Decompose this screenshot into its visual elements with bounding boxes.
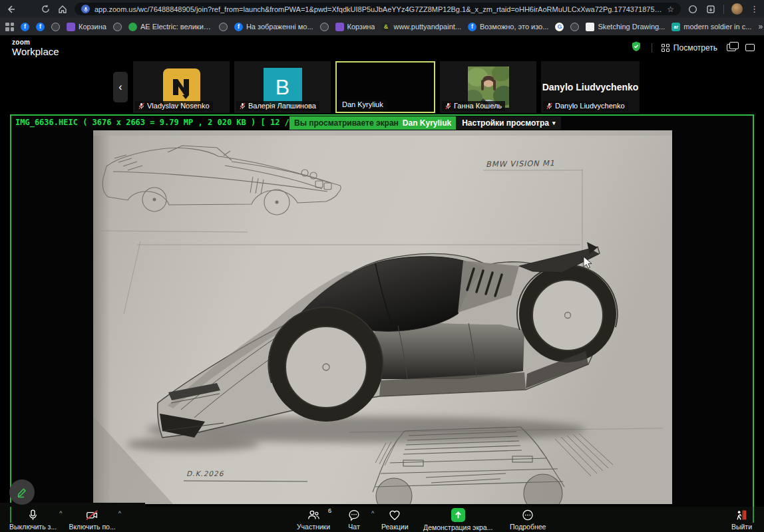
globe-icon bbox=[51, 23, 60, 31]
bookmark-item[interactable]: fВозможно, это изо... bbox=[468, 23, 548, 31]
cart-icon bbox=[335, 23, 344, 31]
globe-icon bbox=[320, 23, 329, 31]
bookmark-item[interactable]: Корзина bbox=[335, 23, 375, 31]
browser-profile-avatar[interactable] bbox=[731, 3, 743, 15]
back-icon[interactable] bbox=[5, 4, 16, 15]
meeting-toolbar: Выключить з... ^ Включить по... ^ bbox=[0, 507, 764, 532]
minimize-window-icon[interactable] bbox=[727, 44, 736, 51]
view-button[interactable]: Посмотреть bbox=[662, 43, 717, 53]
more-button[interactable]: Подробнее bbox=[500, 507, 555, 532]
viewing-banner: Вы просматриваете экран Dan Kyryliuk Нас… bbox=[289, 116, 561, 130]
grid-view-icon bbox=[662, 44, 669, 52]
bookmark-item[interactable] bbox=[570, 23, 579, 31]
bookmark-item[interactable] bbox=[219, 23, 228, 31]
participant-display-name: Danylo Liudvychenko bbox=[542, 82, 639, 92]
participant-tile-active-speaker[interactable]: Dan Kyryliuk bbox=[335, 61, 435, 113]
google-icon: G bbox=[555, 23, 564, 31]
share-screen-button[interactable]: Демонстрация экра... bbox=[415, 507, 500, 532]
participants-button[interactable]: 6 Участники bbox=[290, 507, 337, 532]
annotate-button[interactable] bbox=[9, 479, 35, 505]
fullscreen-icon[interactable] bbox=[745, 44, 755, 51]
participant-name-label: Dan Kyryliuk bbox=[339, 100, 387, 110]
bookmark-star-icon[interactable]: ☆ bbox=[667, 5, 674, 14]
apps-grid-icon[interactable] bbox=[5, 23, 14, 31]
participant-tile[interactable]: Ганна Кошель bbox=[440, 61, 536, 113]
site-icon bbox=[586, 23, 594, 31]
strip-previous-button[interactable]: ‹ bbox=[113, 72, 128, 102]
mic-muted-icon bbox=[546, 102, 552, 110]
participants-count-badge: 6 bbox=[328, 507, 331, 514]
bookmark-item[interactable]: Sketching Drawing... bbox=[586, 23, 665, 31]
facebook-icon: f bbox=[468, 23, 477, 31]
participant-name-label: Danylo Liudvychenko bbox=[543, 101, 628, 111]
banner-message: Вы просматриваете экран bbox=[294, 118, 399, 128]
install-app-icon[interactable] bbox=[705, 4, 716, 15]
extension-icon[interactable] bbox=[687, 4, 698, 15]
participants-icon bbox=[307, 509, 321, 521]
bookmarks-overflow-icon[interactable]: » bbox=[758, 22, 763, 31]
share-screen-icon bbox=[451, 508, 465, 522]
participant-tile[interactable]: B Валерія Лапшинова bbox=[234, 61, 331, 113]
browser-menu-icon[interactable]: ⋮ bbox=[750, 4, 759, 14]
video-options-caret[interactable]: ^ bbox=[118, 510, 121, 517]
leave-button[interactable]: Выйти bbox=[729, 507, 755, 532]
home-icon[interactable] bbox=[57, 4, 68, 15]
reactions-button[interactable]: Реакции bbox=[374, 507, 415, 532]
mic-muted-icon bbox=[138, 102, 144, 110]
mute-button[interactable]: Выключить з... bbox=[7, 507, 59, 532]
cart-icon bbox=[67, 23, 75, 31]
camera-off-icon bbox=[85, 509, 99, 521]
bookmark-item[interactable]: f bbox=[21, 23, 29, 31]
encryption-shield-icon[interactable] bbox=[630, 41, 642, 55]
globe-icon bbox=[219, 23, 228, 31]
bookmark-item[interactable] bbox=[320, 23, 329, 31]
reload-icon[interactable] bbox=[40, 4, 51, 15]
chat-button[interactable]: Чат bbox=[337, 507, 371, 532]
bookmark-item[interactable]: G bbox=[555, 23, 564, 31]
sketch-title-text: BMW VISION M1 bbox=[486, 158, 555, 169]
globe-icon bbox=[113, 23, 122, 31]
participant-tile[interactable]: Danylo Liudvychenko Danylo Liudvychenko bbox=[541, 61, 640, 113]
zoom-header: zoom Workplace Посмотреть bbox=[0, 35, 764, 60]
leave-door-icon bbox=[735, 509, 749, 521]
share-border-segment bbox=[753, 507, 754, 523]
bookmark-item[interactable]: &www.puttyandpaint... bbox=[381, 23, 461, 31]
bookmarks-bar: f f Корзина AE Electric: великий... fНа … bbox=[0, 18, 764, 35]
mic-permission-icon bbox=[81, 5, 90, 13]
view-options-button[interactable]: Настройки просмотра ▾ bbox=[456, 116, 561, 130]
image-status-text: IMG_6636.HEIC ( 3676 x 2663 = 9.79 MP , … bbox=[15, 118, 333, 127]
start-video-button[interactable]: Включить по... bbox=[66, 507, 118, 532]
zoom-logo: zoom Workplace bbox=[12, 39, 59, 57]
zoom-meeting-screen: app.zoom.us/wc/76488848905/join?ref_from… bbox=[0, 0, 764, 532]
heart-icon bbox=[388, 509, 401, 521]
more-ellipsis-icon bbox=[521, 509, 534, 521]
bookmark-item[interactable]: fНа зображенні мо... bbox=[234, 23, 313, 31]
nv-logo-avatar bbox=[163, 68, 200, 106]
bookmark-item[interactable]: f bbox=[36, 23, 45, 31]
address-bar[interactable]: app.zoom.us/wc/76488848905/join?ref_from… bbox=[75, 3, 681, 15]
bookmark-item[interactable]: armodern soldier in c... bbox=[671, 23, 751, 31]
shared-sketch-photo: BMW VISION M1 bbox=[93, 130, 672, 504]
globe-icon bbox=[570, 23, 579, 31]
participant-strip: ‹ Vladyslav Nosenko B bbox=[0, 60, 764, 114]
chat-icon bbox=[347, 509, 361, 521]
facebook-icon: f bbox=[21, 23, 29, 31]
browser-toolbar: app.zoom.us/wc/76488848905/join?ref_from… bbox=[0, 0, 764, 18]
mic-options-caret[interactable]: ^ bbox=[59, 510, 62, 517]
participant-name-label: Валерія Лапшинова bbox=[236, 101, 319, 111]
art-icon: ar bbox=[671, 23, 680, 31]
participant-tile[interactable]: Vladyslav Nosenko bbox=[133, 61, 230, 113]
microphone-icon bbox=[27, 509, 39, 521]
bookmark-item[interactable] bbox=[113, 23, 122, 31]
share-border-segment bbox=[10, 507, 11, 523]
mic-muted-icon bbox=[240, 102, 246, 110]
bmw-sketch-drawing: BMW VISION M1 bbox=[93, 130, 672, 504]
bookmark-item[interactable]: AE Electric: великий... bbox=[128, 23, 212, 31]
facebook-icon: f bbox=[234, 23, 243, 31]
bookmark-item[interactable]: Корзина bbox=[67, 23, 106, 31]
bookmark-item[interactable] bbox=[51, 23, 60, 31]
url-text: app.zoom.us/wc/76488848905/join?ref_from… bbox=[95, 5, 662, 13]
mic-muted-icon bbox=[445, 102, 451, 110]
pencil-icon bbox=[15, 485, 29, 499]
forward-icon[interactable] bbox=[23, 4, 33, 15]
